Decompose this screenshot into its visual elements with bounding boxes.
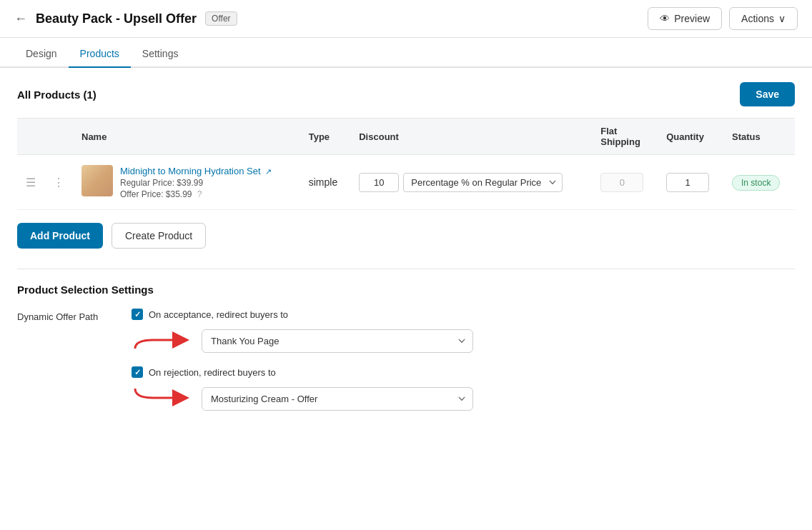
rejection-red-arrow [132,385,196,411]
preview-label: Preview [674,13,710,24]
acceptance-arrow-container [132,327,196,355]
offer-badge: Offer [205,11,237,26]
products-section-title: All Products (1) [17,89,96,101]
product-type: simple [309,176,337,188]
product-name-cell: Midnight to Morning Hydration Set ↗ Regu… [73,155,300,210]
discount-type-select[interactable]: Percentage % on Regular Price Fixed Amou… [403,173,563,192]
discount-value-input[interactable] [359,173,399,192]
flat-shipping-input[interactable] [600,173,643,192]
preview-button[interactable]: 👁 Preview [648,7,722,30]
discount-cell: Percentage % on Regular Price Fixed Amou… [350,155,592,210]
dynamic-offer-path-content: On acceptance, redirect buyers to [132,309,795,413]
external-link-icon: ↗ [265,167,272,176]
rejection-checkbox-row: On rejection, redirect buyers to [132,366,795,378]
quantity-cell [658,155,723,210]
kebab-cell: ⋮ [44,155,73,210]
acceptance-checkbox-row: On acceptance, redirect buyers to [132,309,795,320]
col-drag [17,119,44,155]
drag-handle-icon[interactable]: ☰ [26,176,36,189]
status-cell: In stock [723,155,795,210]
products-table: Name Type Discount FlatShipping Quantity… [17,118,795,210]
dynamic-offer-path-label: Dynamic Offer Path [17,309,132,322]
actions-button[interactable]: Actions ∨ [729,7,798,30]
settings-section-title: Product Selection Settings [17,284,795,296]
acceptance-checkbox-label: On acceptance, redirect buyers to [149,309,288,320]
drag-handle-cell: ☰ [17,155,44,210]
col-flat-shipping: FlatShipping [592,119,658,155]
rejection-checkbox[interactable] [132,366,143,378]
regular-price: Regular Price: $39.99 [120,178,272,188]
col-type: Type [300,119,351,155]
product-info: Midnight to Morning Hydration Set ↗ Regu… [120,165,272,199]
top-bar-left: ← Beauty Pack - Upsell Offer Offer [14,11,237,26]
back-button[interactable]: ← [14,11,27,26]
acceptance-red-arrow [132,327,196,353]
dynamic-offer-path-row: Dynamic Offer Path On acceptance, redire… [17,309,795,413]
product-type-cell: simple [300,155,351,210]
col-discount: Discount [350,119,592,155]
quantity-input[interactable] [666,173,709,192]
create-product-button[interactable]: Create Product [112,223,206,249]
save-button[interactable]: Save [740,82,795,106]
rejection-dropdown-row: Mosturizing Cream - Offer Thank You Page… [132,385,795,413]
flat-shipping-cell [592,155,658,210]
tabs-bar: Design Products Settings [0,41,812,68]
top-bar: ← Beauty Pack - Upsell Offer Offer 👁 Pre… [0,0,812,38]
offer-price: Offer Price: $35.99 ? [120,189,272,199]
status-badge: In stock [732,175,780,191]
kebab-icon[interactable]: ⋮ [53,176,64,189]
chevron-down-icon: ∨ [778,13,786,24]
offer-price-info-icon[interactable]: ? [197,189,202,199]
acceptance-page-dropdown[interactable]: Thank You Page Custom Page Order Page [202,329,473,353]
tab-products[interactable]: Products [69,41,131,68]
rejection-arrow-container [132,385,196,413]
product-name-link[interactable]: Midnight to Morning Hydration Set [120,166,261,176]
top-bar-right: 👁 Preview Actions ∨ [648,7,798,30]
table-row: ☰ ⋮ Midnight to Morning Hydration Set ↗ … [17,155,795,210]
col-quantity: Quantity [658,119,723,155]
actions-label: Actions [741,13,774,24]
products-section-header: All Products (1) Save [17,82,795,106]
product-thumbnail [81,165,113,196]
tab-design[interactable]: Design [14,41,69,68]
main-content: All Products (1) Save Name Type Discount… [0,68,812,437]
product-selection-settings: Product Selection Settings Dynamic Offer… [17,269,795,413]
acceptance-checkbox[interactable] [132,309,143,320]
rejection-checkbox-label: On rejection, redirect buyers to [149,367,276,378]
tab-settings[interactable]: Settings [131,41,190,68]
col-name: Name [73,119,300,155]
col-status: Status [723,119,795,155]
table-header-row: Name Type Discount FlatShipping Quantity… [17,119,795,155]
col-menu [44,119,73,155]
rejection-page-dropdown[interactable]: Mosturizing Cream - Offer Thank You Page… [202,387,473,411]
page-title: Beauty Pack - Upsell Offer [36,11,197,26]
acceptance-dropdown-row: Thank You Page Custom Page Order Page [132,327,795,355]
eye-icon: 👁 [660,13,670,24]
add-product-button[interactable]: Add Product [17,223,103,249]
product-action-buttons: Add Product Create Product [17,223,795,249]
